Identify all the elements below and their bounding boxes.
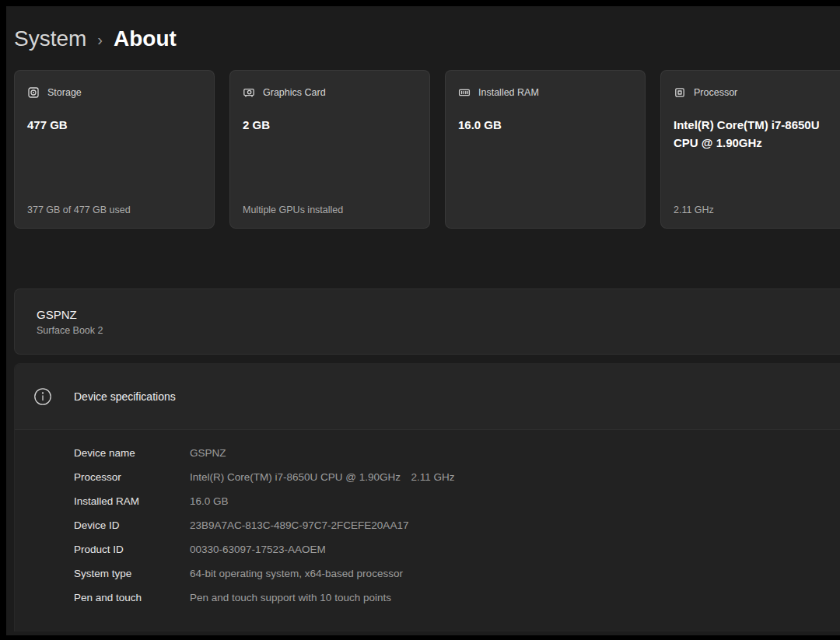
settings-about-page: System › About Storage 477 GB 377 GB of … bbox=[6, 6, 840, 635]
cpu-icon bbox=[674, 86, 686, 99]
device-name: GSPNZ bbox=[37, 308, 840, 321]
breadcrumb-system[interactable]: System bbox=[14, 26, 86, 51]
ram-icon bbox=[458, 86, 471, 99]
breadcrumb: System › About bbox=[14, 26, 840, 51]
storage-card[interactable]: Storage 477 GB 377 GB of 477 GB used bbox=[14, 70, 215, 229]
card-value: 16.0 GB bbox=[458, 116, 632, 134]
chevron-right-icon: › bbox=[97, 30, 103, 49]
spec-label: Device ID bbox=[74, 519, 190, 531]
spec-row: Pen and touch Pen and touch support with… bbox=[15, 586, 840, 610]
card-caption: 377 GB of 477 GB used bbox=[27, 205, 206, 215]
info-icon bbox=[33, 387, 52, 406]
spec-row: System type 64-bit operating system, x64… bbox=[15, 561, 840, 586]
card-label: Storage bbox=[47, 87, 82, 98]
card-label: Processor bbox=[694, 87, 737, 98]
card-value: 477 GB bbox=[27, 116, 201, 134]
device-model: Surface Book 2 bbox=[37, 325, 840, 336]
spec-label: Processor bbox=[74, 471, 190, 483]
spec-value: GSPNZ bbox=[190, 447, 226, 459]
card-value: 2 GB bbox=[243, 116, 417, 134]
card-value: Intel(R) Core(TM) i7-8650U CPU @ 1.90GHz bbox=[674, 116, 840, 152]
section-title: Device specifications bbox=[74, 390, 176, 403]
spec-row: Processor Intel(R) Core(TM) i7-8650U CPU… bbox=[15, 465, 840, 489]
graphics-card-card[interactable]: Graphics Card 2 GB Multiple GPUs install… bbox=[229, 70, 430, 229]
spec-value: 00330-63097-17523-AAOEM bbox=[190, 544, 326, 555]
spec-value: Pen and touch support with 10 touch poin… bbox=[190, 592, 391, 603]
device-name-banner: GSPNZ Surface Book 2 bbox=[14, 289, 840, 355]
spec-label: Pen and touch bbox=[74, 592, 190, 603]
spec-row: Product ID 00330-63097-17523-AAOEM bbox=[15, 537, 840, 561]
device-specifications-body: Device name GSPNZ Processor Intel(R) Cor… bbox=[15, 429, 840, 631]
gpu-icon bbox=[243, 86, 255, 99]
spec-label: Product ID bbox=[74, 544, 190, 555]
installed-ram-card[interactable]: Installed RAM 16.0 GB bbox=[445, 70, 646, 229]
spec-row: Device ID 23B9A7AC-813C-489C-97C7-2FCEFE… bbox=[15, 513, 840, 537]
spec-row: Installed RAM 16.0 GB bbox=[15, 489, 840, 513]
spec-value: 23B9A7AC-813C-489C-97C7-2FCEFE20AA17 bbox=[190, 519, 408, 531]
card-caption: 2.11 GHz bbox=[674, 205, 840, 215]
card-label: Graphics Card bbox=[263, 87, 326, 98]
spec-label: System type bbox=[74, 568, 190, 579]
spec-label: Installed RAM bbox=[74, 495, 190, 507]
device-specifications-expander[interactable]: Device specifications bbox=[15, 364, 840, 429]
breadcrumb-about: About bbox=[114, 26, 177, 51]
card-label: Installed RAM bbox=[478, 87, 539, 98]
spec-value: 64-bit operating system, x64-based proce… bbox=[190, 568, 403, 579]
card-caption: Multiple GPUs installed bbox=[243, 205, 422, 215]
spec-value: 16.0 GB bbox=[190, 495, 229, 507]
summary-cards: Storage 477 GB 377 GB of 477 GB used Gra… bbox=[14, 70, 840, 229]
spec-label: Device name bbox=[74, 447, 190, 459]
spec-row: Device name GSPNZ bbox=[15, 441, 840, 465]
device-specifications-card: Device specifications Device name GSPNZ … bbox=[14, 363, 840, 631]
spec-value: Intel(R) Core(TM) i7-8650U CPU @ 1.90GHz… bbox=[190, 471, 455, 483]
processor-card[interactable]: Processor Intel(R) Core(TM) i7-8650U CPU… bbox=[660, 70, 840, 229]
storage-icon bbox=[27, 86, 40, 99]
